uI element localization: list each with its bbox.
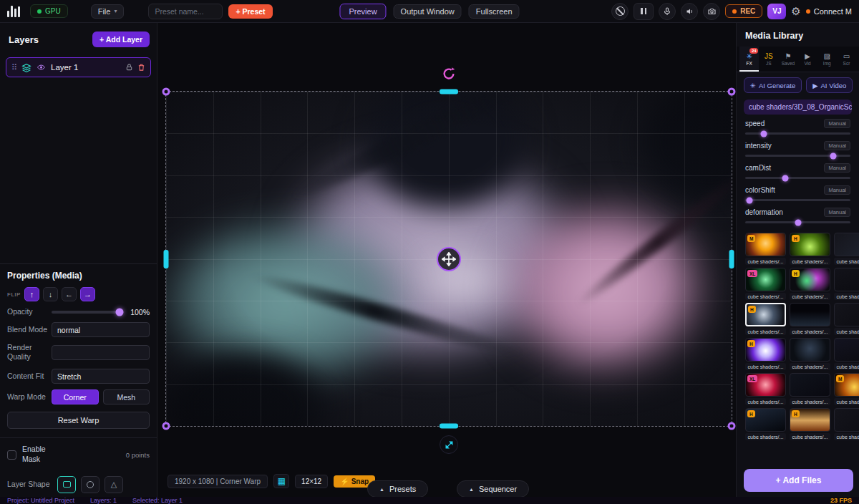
trash-icon[interactable] <box>137 63 145 72</box>
media-thumbnail[interactable]: H <box>790 408 830 432</box>
media-item[interactable]: Hcube shaders/... <box>790 408 830 443</box>
param-slider[interactable] <box>745 155 850 157</box>
rec-button[interactable]: REC <box>725 4 762 18</box>
param-mode-badge[interactable]: Manual <box>824 141 850 150</box>
media-item[interactable]: Mcube shaders/... <box>834 373 859 408</box>
media-thumbnail[interactable] <box>790 338 830 362</box>
param-knob[interactable] <box>782 175 788 181</box>
ai-generate-button[interactable]: ✳ AI Generate <box>744 77 802 93</box>
media-thumbnail[interactable] <box>790 373 830 397</box>
param-slider[interactable] <box>745 132 850 135</box>
tab-img[interactable]: ▨Img <box>817 47 837 72</box>
edge-handle-top[interactable] <box>440 89 458 94</box>
corner-handle-tl[interactable] <box>162 88 170 96</box>
media-item[interactable]: cube shaders/... <box>790 373 830 408</box>
tab-scr[interactable]: ▭Scr <box>837 47 856 72</box>
blend-mode-select[interactable]: normal <box>52 322 150 337</box>
flip-down-button[interactable]: ↓ <box>43 287 58 301</box>
layer-row[interactable]: ⠿ Layer 1 <box>6 57 151 77</box>
edge-handle-bottom[interactable] <box>440 424 458 429</box>
snapshot-button[interactable] <box>703 3 720 20</box>
disable-button[interactable] <box>611 3 629 20</box>
audio-button[interactable] <box>681 3 698 20</box>
media-thumbnail[interactable] <box>834 268 859 291</box>
media-item[interactable]: Hcube shaders/... <box>745 303 786 338</box>
drag-handle-icon[interactable]: ⠿ <box>11 63 17 72</box>
media-item[interactable]: cube shaders/... <box>834 233 859 268</box>
media-thumbnail[interactable]: M <box>745 233 786 256</box>
media-item[interactable]: XLcube shaders/... <box>745 373 786 408</box>
corner-handle-tr[interactable] <box>728 88 736 96</box>
media-thumbnail[interactable]: H <box>745 408 786 432</box>
enable-mask-checkbox[interactable] <box>7 450 16 460</box>
media-item[interactable]: cube shaders/... <box>834 268 859 303</box>
shape-rect-button[interactable] <box>57 476 76 493</box>
move-handle[interactable] <box>437 247 461 271</box>
media-thumbnail[interactable] <box>790 303 830 326</box>
param-mode-badge[interactable]: Manual <box>824 208 850 217</box>
media-thumbnail[interactable] <box>834 408 859 432</box>
param-slider[interactable] <box>745 199 850 201</box>
sequencer-dock-button[interactable]: ▲ Sequencer <box>457 480 529 498</box>
param-slider[interactable] <box>745 221 850 223</box>
opacity-knob[interactable] <box>116 308 124 316</box>
media-thumbnail[interactable] <box>834 338 859 362</box>
vj-mode-button[interactable]: VJ <box>767 4 786 19</box>
media-thumbnail[interactable]: H <box>790 233 830 256</box>
add-layer-button[interactable]: + Add Layer <box>92 32 150 47</box>
pause-button[interactable] <box>634 3 654 20</box>
tab-vid[interactable]: ▶Vid <box>798 47 817 72</box>
param-mode-badge[interactable]: Manual <box>824 119 850 128</box>
eye-icon[interactable] <box>36 63 47 72</box>
param-knob[interactable] <box>761 130 767 137</box>
param-knob[interactable] <box>746 197 752 203</box>
reset-warp-button[interactable]: Reset Warp <box>7 412 150 429</box>
ai-video-button[interactable]: ▶ AI Video <box>806 77 853 93</box>
media-thumbnail[interactable]: XL <box>745 373 786 397</box>
media-item[interactable]: Mcube shaders/... <box>745 233 786 268</box>
grid-toggle-button[interactable]: ▦ <box>273 474 289 488</box>
gear-icon[interactable]: ⚙ <box>791 6 800 16</box>
media-thumbnail[interactable]: H <box>790 268 830 291</box>
media-item[interactable]: XLcube shaders/... <box>745 268 786 303</box>
add-files-button[interactable]: + Add Files <box>744 469 853 492</box>
file-menu-button[interactable]: File ▾ <box>91 4 125 19</box>
corner-handle-bl[interactable] <box>162 422 170 430</box>
param-slider[interactable] <box>745 177 850 179</box>
flip-up-button[interactable]: ↑ <box>24 287 39 301</box>
warp-mesh-button[interactable]: Mesh <box>103 389 150 404</box>
content-fit-select[interactable]: Stretch <box>52 369 150 384</box>
corner-handle-br[interactable] <box>728 422 736 430</box>
shape-circle-button[interactable] <box>81 476 100 493</box>
media-thumbnail[interactable]: H <box>745 303 786 326</box>
grid-size-select[interactable]: 12×12 <box>295 475 328 488</box>
fullscreen-button[interactable]: Fullscreen <box>469 4 520 19</box>
media-item[interactable]: Hcube shaders/... <box>745 338 786 373</box>
lock-icon[interactable] <box>125 63 133 72</box>
media-item[interactable]: cube shaders/... <box>834 408 859 443</box>
media-item[interactable]: cube shaders/... <box>834 303 859 338</box>
media-item[interactable]: cube shaders/... <box>834 338 859 373</box>
connect-midi-button[interactable]: Connect M <box>806 7 852 16</box>
param-mode-badge[interactable]: Manual <box>824 163 850 173</box>
warp-corner-button[interactable]: Corner <box>52 389 99 404</box>
rotate-handle[interactable] <box>441 66 457 82</box>
media-thumbnail[interactable] <box>834 233 859 256</box>
media-thumbnail[interactable]: XL <box>745 268 786 291</box>
param-knob[interactable] <box>830 152 837 159</box>
media-item[interactable]: cube shaders/... <box>790 303 830 338</box>
media-item[interactable]: Hcube shaders/... <box>790 268 830 303</box>
edge-handle-left[interactable] <box>164 250 169 268</box>
opacity-slider[interactable] <box>52 311 120 314</box>
presets-dock-button[interactable]: ▲ Presets <box>367 480 428 498</box>
media-item[interactable]: Hcube shaders/... <box>745 408 786 443</box>
media-thumbnail[interactable]: M <box>834 373 859 397</box>
media-thumbnail[interactable]: H <box>745 338 786 362</box>
tab-saved[interactable]: ⚑Saved <box>778 47 797 72</box>
tab-fx[interactable]: ✳24FX <box>739 47 759 72</box>
media-thumbnail[interactable] <box>834 303 859 326</box>
scale-handle[interactable] <box>440 435 458 454</box>
media-item[interactable]: cube shaders/... <box>790 338 830 373</box>
preview-button[interactable]: Preview <box>339 4 386 19</box>
current-shader-badge[interactable]: cube shaders/3D_08_OrganicSculpt <box>744 100 852 115</box>
